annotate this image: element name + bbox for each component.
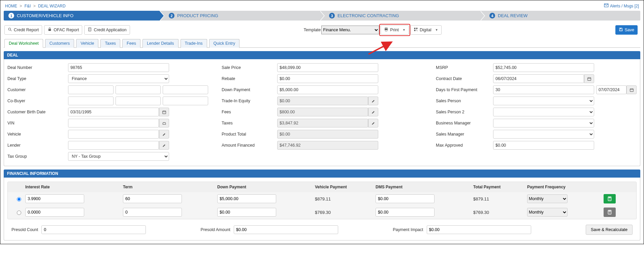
step-customer-vehicle[interactable]: 1 CUSTOMER/VEHICLE INFO: [4, 11, 159, 21]
cobuyer-mi-input[interactable]: [116, 97, 161, 105]
col-term: Term: [123, 185, 217, 189]
calendar-icon[interactable]: [159, 108, 169, 116]
msrp-input[interactable]: [493, 63, 594, 72]
fin-table-header: Interest Rate Term Down Payment Vehicle …: [8, 182, 636, 192]
sales-person2-select[interactable]: [493, 108, 594, 116]
fin-row-1-down-input[interactable]: [217, 194, 276, 203]
pencil-icon[interactable]: [368, 108, 378, 116]
svg-rect-33: [609, 197, 611, 198]
tab-customers[interactable]: Customers: [45, 39, 74, 48]
customer-label: Customer: [7, 87, 68, 92]
fin-row-2-dms-input[interactable]: [376, 208, 434, 217]
fin-row-1-tot: $879.11: [473, 196, 527, 201]
breadcrumb: HOME > F&I > DEAL WIZARD: [5, 4, 66, 8]
print-button[interactable]: Print ▼: [381, 25, 409, 35]
fin-row-1-term-input[interactable]: [123, 194, 182, 203]
customer-last-input[interactable]: [163, 85, 208, 94]
ofac-report-button[interactable]: OFAC Report: [44, 25, 82, 35]
max-approved-input[interactable]: [493, 141, 594, 150]
fin-row-2-calc-button[interactable]: [604, 208, 616, 217]
tab-trade-ins[interactable]: Trade-Ins: [181, 39, 207, 48]
col-down-payment: Down Payment: [217, 185, 315, 189]
chevron-down-icon: ▼: [435, 28, 438, 32]
tab-quick-entry[interactable]: Quick Entry: [209, 39, 240, 48]
payment-impact-input[interactable]: [427, 225, 531, 234]
lender-input[interactable]: [68, 141, 159, 150]
fin-row-1-calc-button[interactable]: [604, 194, 616, 203]
cust-dob-input[interactable]: [68, 108, 159, 116]
save-recalculate-button[interactable]: Save & Recalculate: [586, 225, 633, 235]
digital-button[interactable]: Digital ▼: [410, 25, 442, 35]
save-button[interactable]: Save: [615, 25, 638, 35]
presold-amount-input[interactable]: [234, 225, 338, 234]
pencil-icon[interactable]: [159, 141, 169, 150]
customer-mi-input[interactable]: [116, 85, 161, 94]
tax-group-label: Tax Group: [7, 154, 68, 159]
wizard-steps: 1 CUSTOMER/VEHICLE INFO 2 PRODUCT PRICIN…: [4, 11, 640, 21]
pencil-icon[interactable]: [159, 130, 169, 139]
fin-row-2-radio[interactable]: [17, 211, 21, 215]
calculator-icon: [607, 196, 612, 201]
breadcrumb-fni[interactable]: F&I: [25, 4, 31, 8]
sale-price-input[interactable]: [277, 63, 378, 72]
down-payment-input[interactable]: [277, 85, 378, 94]
col-total-payment: Total Payment: [473, 185, 527, 189]
calendar-icon[interactable]: [626, 85, 637, 94]
car-icon[interactable]: [159, 119, 169, 127]
vin-input[interactable]: [68, 119, 159, 127]
svg-rect-13: [416, 30, 417, 31]
fin-row-1-rate-input[interactable]: [25, 194, 84, 203]
msrp-label: MSRP: [436, 65, 493, 70]
contract-date-input[interactable]: [493, 74, 584, 83]
rebate-input[interactable]: [277, 74, 378, 83]
svg-point-46: [609, 213, 610, 214]
breadcrumb-home[interactable]: HOME: [5, 4, 17, 8]
fin-row-2-freq-select[interactable]: Monthly: [527, 208, 568, 217]
step-deal-review[interactable]: 4 DEAL REVIEW: [480, 11, 640, 21]
customer-first-input[interactable]: [68, 85, 114, 94]
pencil-icon[interactable]: [368, 97, 378, 105]
sales-person-select[interactable]: [493, 97, 594, 105]
svg-rect-9: [385, 30, 387, 31]
business-mgr-select[interactable]: [493, 119, 594, 127]
vehicle-input[interactable]: [68, 130, 159, 139]
template-select[interactable]: Finance Menu.: [321, 26, 379, 34]
fin-row-2: $769.30 $769.30 Monthly: [8, 205, 636, 219]
calendar-icon[interactable]: [584, 74, 594, 83]
sales-mgr-select[interactable]: [493, 130, 594, 139]
days-first-pay-date-input[interactable]: [596, 85, 626, 94]
step-electronic-contracting[interactable]: 3 ELECTRONIC CONTRACTING: [320, 11, 480, 21]
cobuyer-first-input[interactable]: [68, 97, 114, 105]
cobuyer-last-input[interactable]: [163, 97, 208, 105]
svg-rect-16: [620, 30, 621, 31]
fin-row-1-dms-input[interactable]: [376, 194, 434, 203]
days-first-pay-days-input[interactable]: [493, 85, 594, 94]
cobuyer-label: Co-Buyer: [7, 99, 68, 103]
tab-fees[interactable]: Fees: [122, 39, 140, 48]
svg-rect-18: [162, 111, 166, 114]
tab-taxes[interactable]: Taxes: [100, 39, 120, 48]
sales-mgr-label: Sales Manager: [436, 132, 493, 137]
presold-count-label: Presold Count: [11, 227, 38, 232]
tab-deal-worksheet[interactable]: Deal Worksheet: [4, 39, 43, 48]
fin-row-1-radio[interactable]: [17, 197, 21, 201]
tab-lender-details[interactable]: Lender Details: [142, 39, 179, 48]
tax-group-select[interactable]: NY - Tax Group: [68, 152, 169, 161]
alerts-link[interactable]: Alerts / Msgs [2]: [604, 3, 639, 9]
credit-report-button[interactable]: Credit Report: [4, 25, 42, 35]
fin-row-2-rate-input[interactable]: [25, 208, 84, 217]
fin-row-2-down-input[interactable]: [217, 208, 276, 217]
rebate-label: Rebate: [222, 76, 277, 81]
fin-row-1-freq-select[interactable]: Monthly: [527, 194, 568, 203]
tab-vehicle[interactable]: Vehicle: [76, 39, 98, 48]
credit-application-button[interactable]: Credit Application: [84, 25, 130, 35]
fin-row-2-term-input[interactable]: [123, 208, 182, 217]
presold-count-input[interactable]: [41, 225, 146, 234]
pencil-icon[interactable]: [368, 119, 378, 127]
svg-point-42: [609, 212, 609, 213]
deal-type-select[interactable]: Finance: [68, 74, 169, 83]
print-highlight: Print ▼: [379, 24, 410, 36]
deal-number-input[interactable]: [68, 63, 169, 72]
fin-row-2-vpay: $769.30: [315, 210, 376, 215]
step-product-pricing[interactable]: 2 PRODUCT PRICING: [159, 11, 320, 21]
